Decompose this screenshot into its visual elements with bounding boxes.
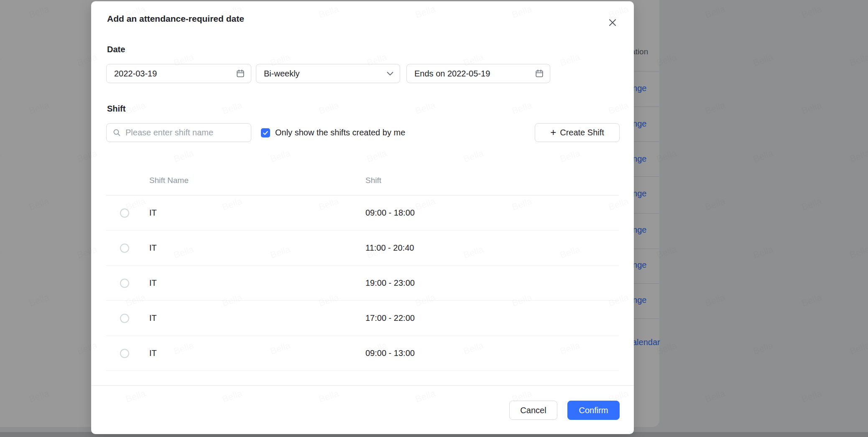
only-my-shifts-checkbox[interactable] xyxy=(261,128,270,137)
shift-radio[interactable] xyxy=(120,279,129,288)
calendar-icon xyxy=(236,69,245,78)
shift-time: 11:00 - 20:40 xyxy=(365,243,414,253)
footer-divider xyxy=(91,385,634,386)
repeat-select[interactable]: Bi-weekly xyxy=(256,64,400,83)
shift-name: IT xyxy=(149,278,157,288)
shift-name: IT xyxy=(149,348,157,358)
table-row: IT 11:00 - 20:40 xyxy=(91,231,634,266)
shift-radio[interactable] xyxy=(120,314,129,323)
shift-name: IT xyxy=(149,243,157,253)
shift-time: 19:00 - 23:00 xyxy=(365,278,415,288)
table-row: IT 17:00 - 22:00 xyxy=(91,301,634,336)
close-button[interactable] xyxy=(605,15,620,30)
chevron-down-icon xyxy=(386,71,394,76)
calendar-icon xyxy=(535,69,544,78)
shift-name: IT xyxy=(149,208,157,218)
confirm-button[interactable]: Confirm xyxy=(567,401,620,420)
shift-time: 17:00 - 22:00 xyxy=(365,313,415,323)
end-date-value: Ends on 2022-05-19 xyxy=(414,69,535,79)
create-shift-button[interactable]: + Create Shift xyxy=(535,123,620,142)
shift-label: Shift xyxy=(107,104,125,114)
search-icon xyxy=(112,128,121,137)
start-date-value: 2022-03-19 xyxy=(114,69,236,79)
check-icon xyxy=(262,130,269,136)
end-date-picker[interactable]: Ends on 2022-05-19 xyxy=(406,64,550,83)
add-attendance-date-dialog: Add an attendance-required date Date 202… xyxy=(91,1,634,434)
table-row: IT 09:00 - 18:00 xyxy=(91,196,634,231)
start-date-picker[interactable]: 2022-03-19 xyxy=(106,64,251,83)
shift-radio[interactable] xyxy=(120,208,129,218)
shift-table-body: IT 09:00 - 18:00 IT 11:00 - 20:40 IT 19:… xyxy=(91,196,634,371)
repeat-select-value: Bi-weekly xyxy=(264,69,386,79)
shift-radio[interactable] xyxy=(120,349,129,358)
shift-name: IT xyxy=(149,313,157,323)
shift-time: 09:00 - 18:00 xyxy=(365,208,415,218)
plus-icon: + xyxy=(550,127,556,137)
column-header-shift-name: Shift Name xyxy=(149,176,189,185)
table-row: IT 19:00 - 23:00 xyxy=(91,266,634,301)
shift-search-box xyxy=(106,123,251,142)
dialog-title: Add an attendance-required date xyxy=(107,14,244,24)
shift-search-input[interactable] xyxy=(125,128,246,137)
column-header-shift: Shift xyxy=(365,176,381,185)
only-my-shifts-label: Only show the shifts created by me xyxy=(275,128,405,137)
shift-time: 09:00 - 13:00 xyxy=(365,348,415,358)
close-icon xyxy=(608,18,618,28)
shift-radio[interactable] xyxy=(120,244,129,253)
create-shift-label: Create Shift xyxy=(560,128,604,137)
table-row: IT 09:00 - 13:00 xyxy=(91,336,634,371)
cancel-button[interactable]: Cancel xyxy=(509,401,557,420)
date-label: Date xyxy=(107,45,125,54)
